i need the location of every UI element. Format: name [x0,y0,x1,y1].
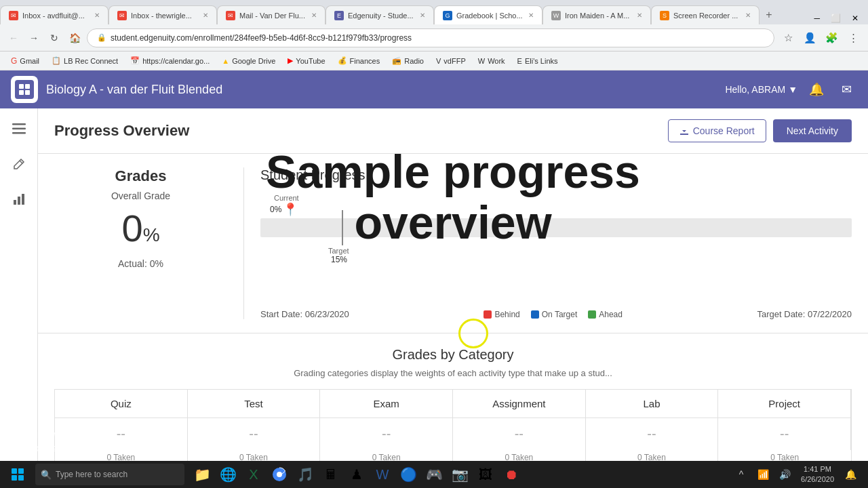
windows-start-button[interactable] [3,462,33,487]
bookmark-gdrive[interactable]: ▲ Google Drive [216,56,281,66]
taskbar-edge[interactable]: 🌐 [216,462,240,487]
sidebar-item-chart[interactable] [7,187,31,211]
tab-close-icon[interactable]: ✕ [203,12,208,19]
reload-button[interactable]: ↻ [46,30,62,46]
bookmark-work[interactable]: W Work [473,56,511,66]
tab-label: Mail - Van Der Flu... [239,12,307,20]
minimize-button[interactable]: ─ [810,12,824,24]
bookmark-star-icon[interactable]: ☆ [778,28,797,47]
extensions-icon[interactable]: 🧩 [822,28,841,47]
taskbar-calculator[interactable]: 🖩 [319,462,343,487]
taskbar-unknown1[interactable]: 🔵 [396,462,420,487]
screencast-watermark: RECORDED WITH SCREENCAST-O-MATIC [8,432,116,458]
grades-student-container: Grades Overall Grade 0% Actual: 0% Stude… [38,154,868,333]
category-value-lab: -- [586,418,719,450]
tab-iron-maiden[interactable]: W Iron Maiden - A M... ✕ [542,5,651,24]
tab-close-icon[interactable]: ✕ [94,12,100,19]
tab-screen-recorder[interactable]: S Screen Recorder ... ✕ [651,5,760,24]
page-title: Progress Overview [54,122,668,140]
dates-legend: Start Date: 06/23/2020 Behind On Target [260,309,852,319]
vdffp-favicon: V [436,57,441,65]
user-greeting[interactable]: Hello, ABRAM ▼ [725,84,797,95]
tab-gradebook[interactable]: G Gradebook | Scho... ✕ [434,5,542,24]
tab-close-icon[interactable]: ✕ [745,12,751,19]
tab-close-icon[interactable]: ✕ [311,12,317,19]
taskbar-itunes[interactable]: 🎵 [293,462,317,487]
bookmark-eli[interactable]: E Eli's Links [512,56,564,66]
taskbar-chrome[interactable] [267,462,292,487]
category-header-exam: Exam [320,390,453,418]
bookmark-finances[interactable]: 💰 Finances [332,55,386,66]
bookmark-label: Finances [350,57,380,65]
tab-close-icon[interactable]: ✕ [420,12,425,19]
taskbar-steam[interactable]: ♟ [344,462,369,487]
taskbar-time[interactable]: 1:41 PM 6/26/2020 [797,464,838,485]
steam-icon: ♟ [351,466,363,483]
tab-gmail2[interactable]: ✉ Inbox - thewrigle... ✕ [108,5,217,24]
eli-favicon: E [517,57,522,65]
bookmark-vdffp[interactable]: V vdFFP [431,56,471,66]
taskbar-unknown3[interactable]: 📷 [448,462,472,487]
svg-rect-0 [19,84,24,89]
taskbar-record[interactable]: ⏺ [499,462,524,487]
taskbar-notification-icon[interactable]: 🔔 [841,465,860,484]
browser-tabs: ✉ Inbox - avdfluit@... ✕ ✉ Inbox - thewr… [0,0,868,24]
app-logo [11,76,38,103]
itunes-icon: 🎵 [297,466,314,483]
bookmark-label: YouTube [296,57,325,65]
taskbar-apps: 📁 🌐 X 🎵 🖩 ♟ W 🔵 [187,462,729,487]
forward-button[interactable]: → [26,30,42,46]
maximize-button[interactable]: ⬜ [827,12,845,24]
tab-close-icon[interactable]: ✕ [637,12,642,19]
radio-favicon: 📻 [392,56,401,65]
svg-rect-5 [12,128,26,130]
record-icon: ⏺ [505,467,518,483]
current-label: Current [274,194,299,202]
legend-ahead: Ahead [588,310,623,319]
taskbar-chevron-icon[interactable]: ^ [732,465,751,484]
profile-icon[interactable]: 👤 [800,28,819,47]
taskbar-search[interactable]: 🔍 Type here to search [35,464,184,485]
tab-edgenuity[interactable]: E Edgenuity - Stude... ✕ [326,5,434,24]
close-browser-button[interactable]: ✕ [848,12,863,24]
behind-dot [484,310,492,319]
taskbar-word[interactable]: W [370,462,395,487]
mail-icon[interactable]: ✉ [835,79,857,100]
address-bar[interactable]: 🔒 student.edgenuity.com/enrollment/284fe… [87,28,774,47]
taskbar-file-explorer[interactable]: 📁 [190,462,214,487]
target-line [342,210,343,245]
pin-icon: 📍 [283,202,298,217]
category-header-assignment: Assignment [453,390,586,418]
taskbar-volume-icon[interactable]: 🔊 [775,465,794,484]
taskbar-photos[interactable]: 🖼 [473,462,498,487]
screencast-dot [15,446,20,451]
progress-bar [260,218,852,237]
course-report-button[interactable]: Course Report [668,119,766,142]
menu-icon[interactable]: ⋮ [844,28,863,47]
sidebar-item-edit[interactable] [7,152,31,176]
search-placeholder: Type here to search [56,470,127,479]
bookmark-lb-rec[interactable]: 📋 LB Rec Connect [46,55,123,66]
bookmark-label: Radio [404,57,424,65]
bookmark-radio[interactable]: 📻 Radio [387,55,429,66]
home-button[interactable]: 🏠 [66,30,83,46]
taskbar: 🔍 Type here to search 📁 🌐 X 🎵 🖩 ♟ [0,461,868,488]
bookmark-gmail[interactable]: G Gmail [5,55,45,67]
next-activity-button[interactable]: Next Activity [773,119,852,142]
tab-close-icon[interactable]: ✕ [528,12,534,19]
notification-bell-icon[interactable]: 🔔 [806,79,827,100]
tab-gmail[interactable]: ✉ Inbox - avdfluit@... ✕ [0,5,108,24]
taskbar-unknown2[interactable]: 🎮 [422,462,446,487]
tab-mail[interactable]: ✉ Mail - Van Der Flu... ✕ [217,5,326,24]
taskbar-excel[interactable]: X [241,462,266,487]
back-button[interactable]: ← [5,30,22,46]
bookmark-label: Google Drive [232,57,275,65]
bookmark-youtube[interactable]: ▶ YouTube [282,55,330,66]
category-header-project: Project [718,390,851,418]
sidebar-item-menu[interactable] [7,117,31,141]
legend: Behind On Target Ahead [484,310,623,319]
taskbar-network-icon[interactable]: 📶 [753,465,772,484]
bookmarks-bar: G Gmail 📋 LB Rec Connect 📅 https://calen… [0,52,868,70]
bookmark-calendar[interactable]: 📅 https://calendar.go... [125,55,215,66]
new-tab-button[interactable]: + [760,5,778,24]
